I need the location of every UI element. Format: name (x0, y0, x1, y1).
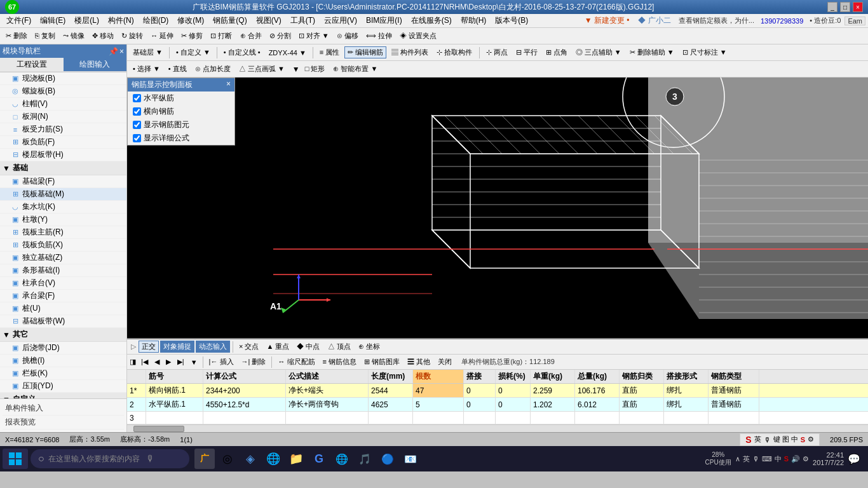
endpoint-button[interactable]: ▲ 重点 (263, 341, 292, 353)
taskbar-icon-3[interactable]: ◈ (240, 449, 261, 469)
insert-button[interactable]: |← 插入 (206, 356, 237, 368)
nav-next[interactable]: ▶ (163, 357, 173, 367)
smart-layout-button[interactable]: ⊕ 智能布置 ▼ (330, 63, 381, 75)
menu-file[interactable]: 文件(F) (3, 14, 35, 27)
report-preview[interactable]: 报表预览 (3, 416, 124, 430)
sidebar-item-overhang[interactable]: ▣ 挑檐(I) (0, 355, 126, 367)
straight-line-button[interactable]: • 直线 (165, 63, 190, 75)
rectangle-button[interactable]: □ 矩形 (302, 63, 329, 75)
base-floor-dropdown[interactable]: 基础层 ▼ (130, 46, 166, 58)
taskbar-chrome-icon[interactable]: G (309, 449, 329, 469)
custom-dropdown[interactable]: • 自定义 ▼ (173, 46, 214, 58)
sidebar-item-spiral-slab[interactable]: ◎ 螺旋板(B) (0, 85, 126, 98)
taskbar-icon-9[interactable]: 📧 (400, 449, 421, 469)
copy-button[interactable]: ⎘ 复制 (32, 30, 58, 42)
sidebar-item-raft-main[interactable]: ⊞ 筏板主筋(R) (0, 226, 126, 239)
checkbox-show-formula-input[interactable] (133, 134, 141, 142)
notification-icon[interactable]: 💬 (848, 453, 860, 465)
menu-view[interactable]: 视图(V) (252, 14, 285, 27)
properties-button[interactable]: ≡ 属性 (316, 46, 342, 58)
sidebar-pin-icon[interactable]: 📌 (109, 47, 118, 56)
menu-cloud[interactable]: 云应用(V) (320, 14, 361, 27)
sidebar-item-slab-opening[interactable]: □ 板洞(N) (0, 111, 126, 123)
table-scrollbar-thumb[interactable] (133, 426, 184, 432)
delete-aux-button[interactable]: ✂ 删除辅助 ▼ (627, 46, 677, 58)
menu-version[interactable]: 版本号(B) (491, 14, 532, 27)
mirror-button[interactable]: ⤳ 镜像 (60, 30, 88, 42)
sidebar-item-pile[interactable]: ▣ 桩(U) (0, 302, 126, 315)
nav-down[interactable]: ▼ (188, 358, 200, 367)
nav-drawing-input[interactable]: 绘图输入 (64, 58, 127, 72)
three-point-arc-button[interactable]: △ 三点画弧 ▼ (236, 63, 288, 75)
split-button[interactable]: ⊘ 分割 (266, 30, 294, 42)
rotate-button[interactable]: ↻ 旋转 (118, 30, 146, 42)
nav-prev[interactable]: ◀ (152, 357, 162, 367)
sidebar-item-slab-rebar[interactable]: ≡ 板受力筋(S) (0, 123, 126, 136)
menu-modify[interactable]: 修改(M) (173, 14, 208, 27)
point-add-length-button[interactable]: ⊙ 点加长度 (192, 63, 234, 75)
sidebar-item-raft-neg[interactable]: ⊞ 筏板负筋(X) (0, 239, 126, 252)
sidebar-item-floor-band[interactable]: ⊟ 楼层板带(H) (0, 149, 126, 161)
table-scrollbar[interactable] (127, 424, 868, 432)
stretch-button[interactable]: ⟺ 拉伸 (363, 30, 395, 42)
others-button[interactable]: ☰ 其他 (404, 356, 433, 368)
vertex-button[interactable]: △ 顶点 (325, 341, 354, 353)
intersection-button[interactable]: × 交点 (236, 341, 262, 353)
align-button[interactable]: ⊡ 对齐 ▼ (295, 30, 332, 42)
sidebar-item-column-pier[interactable]: ▣ 柱墩(Y) (0, 214, 126, 226)
nav-first[interactable]: |◀ (139, 357, 151, 367)
sidebar-item-isolated-found[interactable]: ▣ 独立基础(Z) (0, 252, 126, 264)
snap-button[interactable]: 对象捕捉 (160, 341, 194, 353)
menu-new-change[interactable]: ▼ 新建变更 • (581, 14, 634, 27)
panel-close-icon[interactable]: × (226, 79, 231, 90)
three-point-aux-button[interactable]: ◎ 三点辅助 ▼ (573, 46, 625, 58)
sidebar-close-icon[interactable]: × (119, 47, 124, 56)
menu-company[interactable]: ◆ 广小二 (634, 14, 674, 27)
dynamic-input-button[interactable]: 动态输入 (196, 341, 230, 353)
custom-line-dropdown[interactable]: • 自定义线 • (220, 46, 264, 58)
tray-arrow[interactable]: ∧ (735, 455, 740, 463)
checkbox-horizontal-long-input[interactable] (133, 94, 141, 102)
element-list-button[interactable]: ▤ 构件列表 (388, 46, 431, 58)
menu-draw[interactable]: 绘图(D) (139, 14, 173, 27)
select-dropdown[interactable]: • 选择 ▼ (130, 63, 163, 75)
nav-engineering-setup[interactable]: 工程设置 (0, 58, 64, 72)
checkbox-show-elements-input[interactable] (133, 121, 141, 129)
trim-button[interactable]: ✂ 修剪 (178, 30, 206, 42)
break-button[interactable]: ⊡ 打断 (207, 30, 235, 42)
single-element-input[interactable]: 单构件输入 (3, 402, 124, 416)
nav-delete-button[interactable]: →| 删除 (238, 356, 269, 368)
table-row-3[interactable]: 3 (127, 412, 868, 424)
menu-help[interactable]: 帮助(H) (457, 14, 491, 27)
grip-button[interactable]: ◈ 设置夹点 (397, 30, 440, 42)
nav-last[interactable]: ▶| (175, 357, 187, 367)
edit-rebar-button[interactable]: ✏ 编辑钢筋 (344, 46, 386, 58)
sidebar-item-pile-cap-col[interactable]: ▣ 柱承台(V) (0, 277, 126, 290)
delete-button[interactable]: ✂ 删除 (3, 30, 31, 42)
coord-button[interactable]: ⊕ 坐标 (355, 341, 383, 353)
close-rebar-button[interactable]: 关闭 (435, 356, 455, 368)
sidebar-item-slab-neg[interactable]: ⊞ 板负筋(F) (0, 136, 126, 149)
extend-button[interactable]: ↔ 延伸 (147, 30, 177, 42)
taskbar-icon-8[interactable]: 🔵 (377, 449, 398, 469)
minimize-button[interactable]: _ (827, 2, 837, 12)
sidebar-item-slab[interactable]: ▣ 现浇板(B) (0, 72, 126, 85)
taskbar-search-box[interactable]: ○ 在这里输入你要搜索的内容 🎙 (31, 449, 189, 468)
sidebar-item-pile-cap-beam[interactable]: ▣ 承台梁(F) (0, 290, 126, 302)
start-button[interactable] (3, 449, 28, 469)
sidebar-item-found-band[interactable]: ⊟ 基础板带(W) (0, 315, 126, 328)
ortho-button[interactable]: 正交 (139, 341, 159, 353)
sidebar-section-custom[interactable]: ▼ 自定义 (0, 393, 126, 398)
table-row-2[interactable]: 2 水平纵筋.1 4550+12.5*d 净长+两倍弯钩 4625 5 0 0 … (127, 398, 868, 412)
merge-button[interactable]: ⊕ 合并 (237, 30, 265, 42)
menu-floor[interactable]: 楼层(L) (71, 14, 103, 27)
taskbar-icon-6[interactable]: 🌐 (332, 449, 352, 469)
axis-name-dropdown[interactable]: ZDYX-44 ▼ (266, 48, 309, 58)
close-button[interactable]: × (853, 2, 863, 12)
menu-bim[interactable]: BIM应用(I) (362, 14, 406, 27)
point-angle-button[interactable]: ⊞ 点角 (543, 46, 571, 58)
parallel-button[interactable]: ⊟ 平行 (513, 46, 541, 58)
menu-tools[interactable]: 工具(T) (287, 14, 319, 27)
dimension-mark-button[interactable]: ⊡ 尺寸标注 ▼ (679, 46, 730, 58)
taskbar-ggjj-icon[interactable]: 广 (194, 449, 215, 469)
